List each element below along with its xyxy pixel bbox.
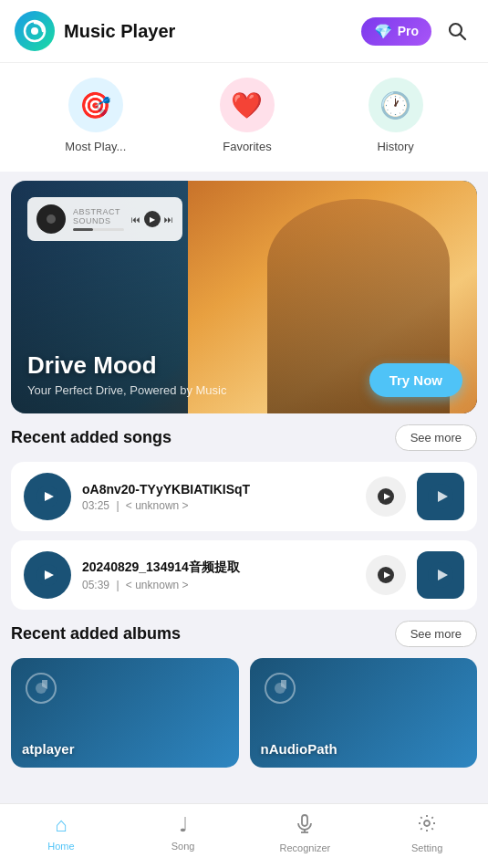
svg-point-9: [44, 571, 51, 579]
song-play-button-1[interactable]: [366, 476, 406, 517]
song-thumbnail-2: [24, 551, 71, 599]
pro-badge[interactable]: 💎 Pro: [361, 17, 431, 46]
album-card-1[interactable]: atplayer: [11, 658, 239, 768]
albums-row: atplayer nAudioPath: [11, 658, 477, 779]
banner-subtitle: Your Perfect Drive, Powered by Music: [27, 383, 226, 397]
song-label: Song: [171, 841, 195, 852]
album-icon-2: [263, 671, 297, 713]
history-icon: 🕐: [379, 90, 411, 120]
song-item: 20240829_134914音频提取 05:39 | < unknown >: [11, 540, 477, 610]
mini-player-label: ABSTRACT SOUNDS: [73, 207, 124, 225]
bottom-nav: ⌂ Home ♩ Song Recognizer Setting: [0, 803, 488, 868]
header: Music Player 💎 Pro: [0, 0, 488, 62]
nav-item-setting[interactable]: Setting: [400, 813, 454, 853]
recent-songs-header: Recent added songs See more: [11, 424, 477, 451]
song-info-1: oA8nv20-TYyYKBIATIKISqT 03:25 | < unknow…: [82, 482, 355, 512]
favorites-icon-circle: ❤️: [220, 78, 275, 132]
mini-progress-bar: [73, 228, 124, 231]
song-title-2: 20240829_134914音频提取: [82, 559, 355, 576]
pro-label: Pro: [398, 24, 419, 38]
song-meta-2: 05:39 | < unknown >: [82, 579, 355, 591]
setting-label: Setting: [411, 842, 442, 853]
home-icon: ⌂: [55, 813, 67, 837]
song-meta-1: 03:25 | < unknown >: [82, 499, 355, 512]
drive-mood-banner: ABSTRACT SOUNDS ⏮ ▶ ⏭ Drive Mood Your Pe…: [11, 181, 477, 413]
recent-albums-title: Recent added albums: [11, 624, 181, 643]
mini-player-info: ABSTRACT SOUNDS: [73, 207, 124, 231]
recent-songs-section: Recent added songs See more oA8nv20-TYyY…: [0, 424, 488, 610]
setting-icon: [417, 813, 437, 839]
nav-item-home[interactable]: ⌂ Home: [34, 813, 88, 853]
quick-item-history[interactable]: 🕐 History: [369, 78, 423, 153]
song-thumbnail-1: [24, 473, 71, 520]
search-button[interactable]: [441, 15, 473, 47]
mini-progress-fill: [73, 228, 93, 231]
recognizer-label: Recognizer: [280, 842, 331, 853]
mini-controls[interactable]: ⏮ ▶ ⏭: [131, 211, 173, 227]
song-album-art-2: [417, 551, 464, 599]
most-played-icon-circle: 🎯: [68, 78, 123, 132]
quick-item-favorites[interactable]: ❤️ Favorites: [220, 78, 275, 153]
mini-next-icon[interactable]: ⏭: [164, 214, 173, 225]
svg-point-5: [44, 493, 51, 500]
favorites-label: Favorites: [223, 140, 271, 153]
song-title-1: oA8nv20-TYyYKBIATIKISqT: [82, 482, 355, 497]
try-now-button[interactable]: Try Now: [369, 363, 462, 397]
most-played-icon: 🎯: [79, 90, 111, 120]
svg-point-19: [424, 821, 430, 826]
song-duration-2: 05:39: [82, 579, 109, 591]
song-info-2: 20240829_134914音频提取 05:39 | < unknown >: [82, 559, 355, 591]
svg-rect-16: [302, 815, 307, 826]
recent-albums-header: Recent added albums See more: [11, 621, 477, 647]
banner-title: Drive Mood: [27, 351, 226, 380]
svg-point-1: [31, 27, 38, 35]
mini-album-center: [47, 214, 56, 224]
header-left: Music Player: [15, 11, 175, 51]
svg-line-3: [461, 35, 466, 40]
most-played-label: Most Play...: [65, 140, 126, 153]
quick-access: 🎯 Most Play... ❤️ Favorites 🕐 History: [0, 62, 488, 172]
mini-album-art: [36, 204, 66, 234]
app-logo: [15, 11, 55, 51]
history-icon-circle: 🕐: [369, 78, 423, 132]
header-right: 💎 Pro: [361, 15, 473, 47]
recognizer-icon: [295, 813, 315, 839]
history-label: History: [377, 140, 413, 153]
song-artist-2: < unknown >: [126, 579, 189, 591]
mini-player[interactable]: ABSTRACT SOUNDS ⏮ ▶ ⏭: [27, 197, 182, 241]
recent-songs-title: Recent added songs: [11, 428, 171, 447]
song-duration-1: 03:25: [82, 499, 109, 512]
albums-see-more-button[interactable]: See more: [395, 621, 477, 647]
song-play-button-2[interactable]: [366, 555, 406, 595]
song-item: oA8nv20-TYyYKBIATIKISqT 03:25 | < unknow…: [11, 462, 477, 531]
favorites-icon: ❤️: [231, 90, 263, 120]
album-card-2[interactable]: nAudioPath: [250, 658, 478, 768]
app-title: Music Player: [64, 21, 175, 42]
song-separator-1: |: [116, 499, 119, 512]
nav-item-recognizer[interactable]: Recognizer: [277, 813, 332, 853]
album-name-1: atplayer: [11, 732, 239, 768]
album-name-2: nAudioPath: [250, 732, 478, 768]
album-icon-1: [24, 671, 58, 713]
recent-albums-section: Recent added albums See more atplayer: [0, 621, 488, 779]
song-separator-2: |: [116, 579, 119, 591]
quick-item-most-played[interactable]: 🎯 Most Play...: [65, 78, 126, 153]
banner-text: Drive Mood Your Perfect Drive, Powered b…: [27, 351, 226, 397]
mini-prev-icon[interactable]: ⏮: [131, 214, 140, 225]
nav-item-song[interactable]: ♩ Song: [156, 813, 211, 853]
song-artist-1: < unknown >: [126, 499, 189, 512]
diamond-icon: 💎: [374, 23, 392, 40]
home-label: Home: [47, 841, 74, 852]
song-icon: ♩: [179, 813, 188, 837]
mini-play-button[interactable]: ▶: [144, 211, 161, 227]
song-album-art-1: [417, 473, 464, 520]
songs-see-more-button[interactable]: See more: [395, 424, 477, 451]
